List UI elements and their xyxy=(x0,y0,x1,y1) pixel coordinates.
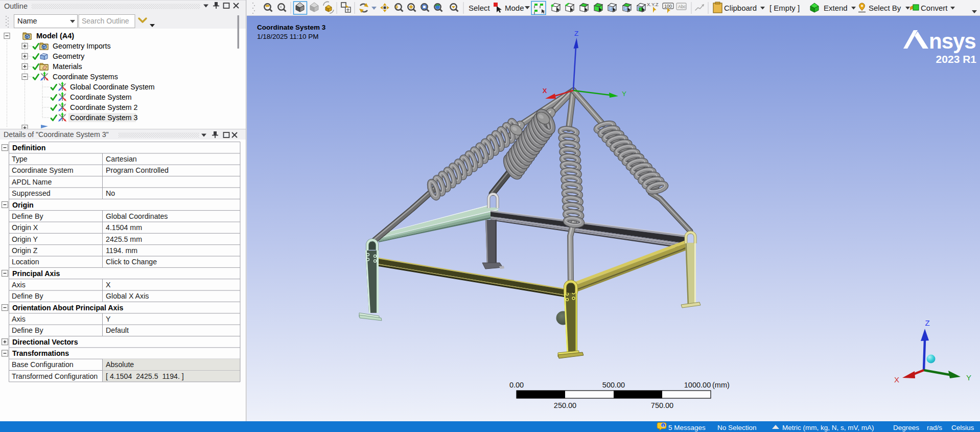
svg-text:(mm): (mm) xyxy=(712,381,730,389)
svg-text:Degrees: Degrees xyxy=(893,424,919,431)
svg-text:Transformations: Transformations xyxy=(12,349,69,357)
svg-text:Axis: Axis xyxy=(12,315,26,323)
svg-text:Geometry Imports: Geometry Imports xyxy=(53,42,111,50)
svg-text:0.00: 0.00 xyxy=(509,381,524,389)
svg-text:Axis: Axis xyxy=(12,281,26,289)
svg-text:Define By: Define By xyxy=(12,292,43,300)
svg-text:i: i xyxy=(663,423,664,428)
svg-text:Coordinate System 3: Coordinate System 3 xyxy=(257,24,326,31)
svg-text:Define By: Define By xyxy=(12,326,43,334)
svg-text:Location: Location xyxy=(12,258,39,266)
svg-text:750.00: 750.00 xyxy=(651,401,673,410)
svg-text:X: X xyxy=(106,281,111,289)
svg-text:Base Configuration: Base Configuration xyxy=(12,360,74,369)
svg-text:No: No xyxy=(106,189,115,197)
svg-text:APDL Name: APDL Name xyxy=(12,178,52,186)
svg-text:Materials: Materials xyxy=(53,62,82,71)
svg-text:4.1504 mm: 4.1504 mm xyxy=(106,223,142,232)
svg-text:Origin: Origin xyxy=(12,201,34,209)
svg-text:Default: Default xyxy=(106,326,129,334)
svg-text:Define By: Define By xyxy=(12,212,43,220)
svg-text:Principal Axis: Principal Axis xyxy=(12,269,60,278)
svg-text:Z: Z xyxy=(925,319,929,327)
svg-text:Details of "Coordinate System: Details of "Coordinate System 3" xyxy=(4,130,109,139)
svg-text:Directional Vectors: Directional Vectors xyxy=(12,338,78,346)
svg-text:Click to Change: Click to Change xyxy=(106,258,157,266)
svg-text:Coordinate System 3: Coordinate System 3 xyxy=(70,113,138,122)
svg-text:Extend: Extend xyxy=(824,4,848,12)
svg-text:Absolute: Absolute xyxy=(106,360,134,369)
svg-text:Origin Y: Origin Y xyxy=(12,235,38,243)
svg-text:Global X Axis: Global X Axis xyxy=(106,292,149,300)
svg-text:Origin X: Origin X xyxy=(12,223,38,232)
svg-text:Program Controlled: Program Controlled xyxy=(106,166,169,174)
svg-text:Celsius: Celsius xyxy=(951,424,974,431)
svg-text:Global Coordinates: Global Coordinates xyxy=(106,212,168,220)
svg-text:X: X xyxy=(894,375,899,384)
svg-text:Name: Name xyxy=(17,17,37,25)
svg-text:Abc: Abc xyxy=(678,4,686,9)
svg-text:No Selection: No Selection xyxy=(717,424,757,431)
svg-text:100: 100 xyxy=(664,4,672,9)
svg-text:Coordinate System: Coordinate System xyxy=(12,166,74,174)
svg-text:Y: Y xyxy=(966,373,971,382)
svg-text:Definition: Definition xyxy=(12,144,45,152)
svg-text:Global Coordinate System: Global Coordinate System xyxy=(70,83,155,91)
svg-text:5 Messages: 5 Messages xyxy=(668,424,706,431)
svg-text:Mode: Mode xyxy=(505,4,524,12)
svg-text:Model (A4): Model (A4) xyxy=(36,32,74,40)
svg-text:X.Y.Z: X.Y.Z xyxy=(647,2,659,7)
svg-text:rad/s: rad/s xyxy=(927,424,942,431)
svg-text:Suppressed: Suppressed xyxy=(12,189,51,197)
svg-text:2023 R1: 2023 R1 xyxy=(936,53,977,65)
svg-text:500.00: 500.00 xyxy=(602,381,625,389)
svg-text:Coordinate System: Coordinate System xyxy=(70,93,132,101)
svg-text:[ 4.1504 2425.5 1194. ]: [ 4.1504 2425.5 1194. ] xyxy=(106,372,184,380)
svg-text:Select: Select xyxy=(469,4,491,12)
svg-text:250.00: 250.00 xyxy=(554,401,576,410)
svg-text:Coordinate Systems: Coordinate Systems xyxy=(53,73,118,81)
svg-text:X: X xyxy=(543,87,547,95)
svg-text:Convert: Convert xyxy=(921,4,948,12)
svg-text:Y: Y xyxy=(106,315,111,323)
svg-text:Transformed Configuration: Transformed Configuration xyxy=(12,372,98,380)
svg-text:[ Empty ]: [ Empty ] xyxy=(769,4,800,12)
svg-text:Coordinate System 2: Coordinate System 2 xyxy=(70,103,138,111)
svg-text:Search Outline: Search Outline xyxy=(82,17,129,25)
svg-text:Outline: Outline xyxy=(4,2,28,10)
svg-text:Metric (mm, kg, N, s, mV, mA): Metric (mm, kg, N, s, mV, mA) xyxy=(782,424,874,431)
svg-text:Clipboard: Clipboard xyxy=(724,4,757,12)
svg-text:Type: Type xyxy=(12,155,28,163)
svg-text:1/18/2025 11:10 PM: 1/18/2025 11:10 PM xyxy=(257,33,319,40)
svg-text:1194. mm: 1194. mm xyxy=(106,246,137,255)
svg-text:Orientation About Principal Ax: Orientation About Principal Axis xyxy=(12,304,123,312)
svg-text:Geometry: Geometry xyxy=(53,52,85,60)
svg-text:Y: Y xyxy=(622,90,626,98)
svg-text:nsys: nsys xyxy=(929,29,976,53)
svg-text:Origin Z: Origin Z xyxy=(12,246,38,255)
svg-text:Z: Z xyxy=(574,30,578,37)
svg-text:1000.00: 1000.00 xyxy=(684,381,711,389)
svg-text:2425.5 mm: 2425.5 mm xyxy=(106,235,142,243)
svg-text:Cartesian: Cartesian xyxy=(106,155,137,163)
svg-text:Select By: Select By xyxy=(869,4,901,12)
